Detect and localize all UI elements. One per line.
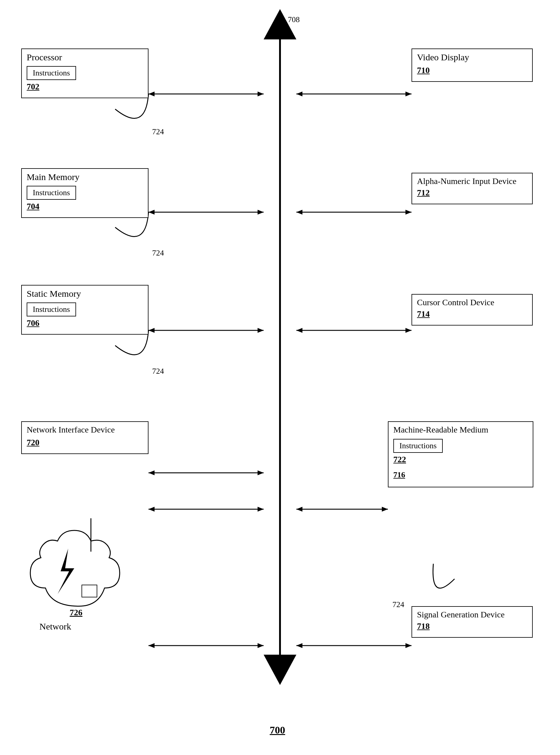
cursor-control-box: Cursor Control Device 714	[412, 294, 533, 325]
cursor-control-title: Cursor Control Device	[417, 298, 527, 307]
svg-marker-34	[148, 643, 155, 648]
main-memory-ref: 704	[27, 202, 148, 211]
svg-rect-37	[82, 585, 97, 597]
cloud-svg: 726	[21, 521, 136, 618]
svg-marker-25	[296, 507, 302, 512]
network-label: Network	[39, 621, 71, 632]
arrows-svg	[0, 0, 560, 755]
svg-marker-20	[405, 210, 412, 215]
svg-marker-14	[258, 471, 264, 475]
video-display-title: Video Display	[417, 52, 527, 62]
signal-generation-title: Signal Generation Device	[417, 610, 527, 619]
svg-text:726: 726	[70, 608, 82, 617]
svg-marker-4	[148, 92, 155, 96]
processor-title: Processor	[27, 52, 143, 62]
machine-readable-outer-box: Machine-Readable Medium Instructions 722…	[388, 421, 533, 488]
main-memory-inner-box: Instructions	[27, 186, 76, 200]
svg-marker-28	[148, 507, 155, 512]
svg-marker-10	[148, 328, 155, 333]
alpha-numeric-title: Alpha-Numeric Input Device	[417, 176, 527, 186]
machine-readable-instructions: Instructions	[399, 441, 437, 450]
svg-marker-1	[264, 9, 296, 39]
cursor-control-ref: 714	[417, 309, 532, 319]
svg-marker-22	[296, 328, 302, 333]
machine-readable-outer-ref: 716	[393, 471, 533, 479]
svg-marker-5	[258, 92, 264, 96]
machine-readable-inner-box: Instructions	[393, 439, 443, 453]
main-memory-curve-label: 724	[152, 249, 164, 258]
svg-marker-19	[296, 210, 302, 215]
machine-readable-curve-label: 724	[393, 600, 404, 609]
static-memory-instructions: Instructions	[33, 305, 70, 314]
machine-readable-inner-ref: 722	[393, 455, 533, 464]
processor-box: Processor Instructions 702	[21, 48, 148, 98]
static-memory-box: Static Memory Instructions 706	[21, 285, 148, 335]
network-interface-title: Network Interface Device	[27, 425, 143, 435]
svg-marker-8	[258, 210, 264, 215]
main-memory-title: Main Memory	[27, 172, 143, 182]
bus-label: 708	[288, 15, 300, 24]
alpha-numeric-ref: 712	[417, 188, 532, 198]
diagram: 708 Processor Instructions 702 724 Main …	[0, 0, 560, 755]
processor-instructions: Instructions	[33, 68, 70, 77]
processor-inner-box: Instructions	[27, 66, 76, 80]
signal-generation-ref: 718	[417, 621, 532, 631]
signal-generation-box: Signal Generation Device 718	[412, 606, 533, 638]
svg-marker-16	[296, 92, 302, 96]
video-display-box: Video Display 710	[412, 48, 533, 82]
video-display-ref: 710	[417, 65, 532, 75]
svg-marker-7	[148, 210, 155, 215]
static-memory-ref: 706	[27, 318, 148, 328]
svg-marker-23	[405, 328, 412, 333]
svg-marker-32	[405, 643, 412, 648]
machine-readable-outer-title: Machine-Readable Medium	[393, 425, 528, 435]
svg-marker-26	[382, 507, 388, 512]
svg-marker-2	[264, 655, 296, 685]
static-memory-title: Static Memory	[27, 289, 143, 299]
svg-marker-13	[148, 471, 155, 475]
processor-ref: 702	[27, 82, 148, 92]
static-memory-inner-box: Instructions	[27, 302, 76, 316]
svg-marker-35	[258, 643, 264, 648]
processor-curve-label: 724	[152, 127, 164, 136]
svg-marker-29	[258, 507, 264, 512]
alpha-numeric-box: Alpha-Numeric Input Device 712	[412, 173, 533, 204]
diagram-label: 700	[270, 724, 285, 736]
main-memory-box: Main Memory Instructions 704	[21, 168, 148, 218]
static-memory-curve-label: 724	[152, 367, 164, 376]
svg-marker-31	[296, 643, 302, 648]
main-memory-instructions: Instructions	[33, 188, 70, 197]
network-interface-box: Network Interface Device 720	[21, 421, 148, 454]
network-interface-ref: 720	[27, 438, 148, 448]
svg-marker-11	[258, 328, 264, 333]
svg-marker-17	[405, 92, 412, 96]
